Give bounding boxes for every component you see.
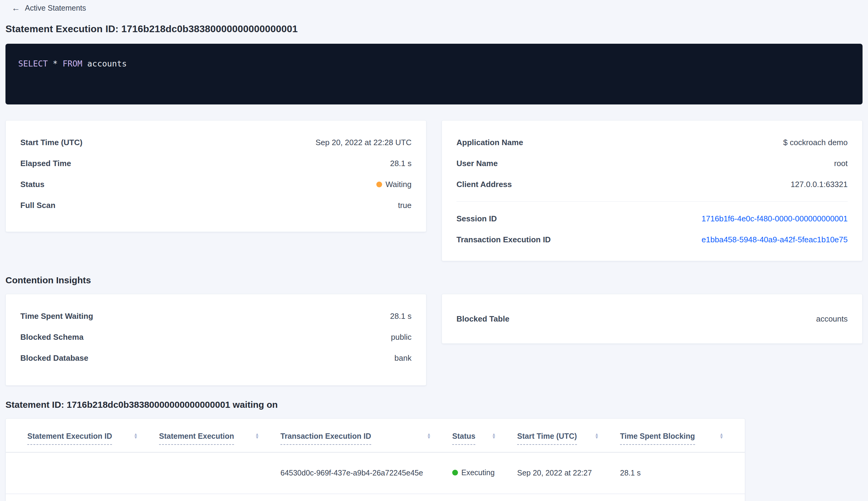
- elapsed-time-value: 28.1 s: [390, 159, 412, 168]
- cell-statement-execution: [159, 452, 280, 494]
- application-name-value: $ cockroach demo: [783, 138, 848, 147]
- user-name-label: User Name: [456, 159, 498, 168]
- column-header-status[interactable]: Status ▲▼: [452, 419, 517, 452]
- start-time-value: Sep 20, 2022 at 22:28 UTC: [315, 138, 412, 147]
- contention-cards-row: Time Spent Waiting 28.1 s Blocked Schema…: [6, 294, 862, 386]
- sql-text: *: [48, 59, 63, 68]
- user-name-row: User Name root: [456, 158, 848, 169]
- blocked-schema-row: Blocked Schema public: [20, 332, 412, 342]
- page-title: Statement Execution ID: 1716b218dc0b3838…: [6, 23, 862, 35]
- column-header-label: Time Spent Blocking: [620, 431, 695, 445]
- arrow-left-icon: ←: [12, 4, 20, 12]
- sql-text: accounts: [82, 59, 127, 68]
- client-address-value: 127.0.0.1:63321: [791, 180, 848, 189]
- blocked-table-label: Blocked Table: [456, 314, 509, 324]
- time-spent-waiting-value: 28.1 s: [390, 311, 412, 321]
- application-name-row: Application Name $ cockroach demo: [456, 137, 848, 148]
- waiting-on-table: Statement Execution ID ▲▼ Statement Exec…: [6, 419, 745, 494]
- session-id-row: Session ID 1716b1f6-4e0c-f480-0000-00000…: [456, 213, 848, 224]
- session-overview-card: Application Name $ cockroach demo User N…: [442, 120, 862, 261]
- status-badge: Waiting: [376, 180, 412, 189]
- column-header-time-spent-blocking[interactable]: Time Spent Blocking ▲▼: [620, 419, 745, 452]
- start-time-label: Start Time (UTC): [20, 138, 83, 147]
- status-row: Status Waiting: [20, 179, 412, 190]
- full-scan-row: Full Scan true: [20, 200, 412, 211]
- elapsed-time-row: Elapsed Time 28.1 s: [20, 158, 412, 169]
- sort-arrows-icon: ▲▼: [255, 433, 259, 439]
- execution-overview-card: Start Time (UTC) Sep 20, 2022 at 22:28 U…: [6, 120, 426, 232]
- column-header-statement-execution[interactable]: Statement Execution ▲▼: [159, 419, 280, 452]
- table-row: 64530d0c-969f-437e-a9b4-26a72245e45e Exe…: [6, 452, 745, 494]
- blocked-schema-label: Blocked Schema: [20, 332, 84, 342]
- sql-keyword: SELECT: [18, 59, 48, 68]
- sort-arrows-icon: ▲▼: [595, 433, 599, 439]
- user-name-value: root: [834, 159, 848, 168]
- contention-insights-heading: Contention Insights: [6, 275, 862, 285]
- transaction-execution-id-label: Transaction Execution ID: [456, 235, 551, 244]
- contention-details-card: Time Spent Waiting 28.1 s Blocked Schema…: [6, 294, 426, 386]
- transaction-execution-id-row: Transaction Execution ID e1bba458-5948-4…: [456, 234, 848, 245]
- cell-start-time: Sep 20, 2022 at 22:27: [517, 452, 620, 494]
- back-to-active-statements-link[interactable]: ← Active Statements: [12, 4, 86, 12]
- table-header-row: Statement Execution ID ▲▼ Statement Exec…: [6, 419, 745, 452]
- column-header-label: Start Time (UTC): [517, 431, 577, 445]
- status-label: Status: [20, 180, 44, 189]
- column-header-label: Statement Execution: [159, 431, 234, 445]
- blocked-database-row: Blocked Database bank: [20, 352, 412, 363]
- blocked-table-card: Blocked Table accounts: [442, 294, 862, 344]
- sql-keyword: FROM: [63, 59, 82, 68]
- application-name-label: Application Name: [456, 138, 523, 147]
- blocked-database-value: bank: [394, 353, 412, 363]
- session-id-link[interactable]: 1716b1f6-4e0c-f480-0000-000000000001: [702, 214, 848, 223]
- cell-statement-execution-id: [6, 452, 159, 494]
- client-address-row: Client Address 127.0.0.1:63321: [456, 179, 848, 190]
- blocked-table-row: Blocked Table accounts: [456, 313, 848, 324]
- back-link-label: Active Statements: [25, 4, 86, 12]
- waiting-on-table-card: Statement Execution ID ▲▼ Statement Exec…: [6, 418, 745, 501]
- cell-status: Executing: [452, 452, 517, 494]
- start-time-row: Start Time (UTC) Sep 20, 2022 at 22:28 U…: [20, 137, 412, 148]
- sql-statement-box: SELECT * FROM accounts: [6, 44, 862, 105]
- blocked-schema-value: public: [391, 332, 412, 342]
- session-id-label: Session ID: [456, 214, 497, 223]
- column-header-label: Statement Execution ID: [27, 431, 112, 445]
- column-header-transaction-execution-id[interactable]: Transaction Execution ID ▲▼: [280, 419, 452, 452]
- full-scan-label: Full Scan: [20, 201, 56, 210]
- waiting-status-dot-icon: [376, 182, 382, 187]
- column-header-statement-execution-id[interactable]: Statement Execution ID ▲▼: [6, 419, 159, 452]
- cell-transaction-execution-id: 64530d0c-969f-437e-a9b4-26a72245e45e: [280, 452, 452, 494]
- status-value: Waiting: [386, 180, 412, 189]
- time-spent-waiting-label: Time Spent Waiting: [20, 311, 93, 321]
- elapsed-time-label: Elapsed Time: [20, 159, 71, 168]
- status-value: Executing: [461, 468, 495, 477]
- full-scan-value: true: [398, 201, 412, 210]
- column-header-label: Status: [452, 431, 475, 445]
- column-header-label: Transaction Execution ID: [280, 431, 371, 445]
- sort-arrows-icon: ▲▼: [133, 433, 138, 439]
- transaction-execution-id-link[interactable]: e1bba458-5948-40a9-a42f-5feac1b10e75: [702, 235, 848, 244]
- blocked-database-label: Blocked Database: [20, 353, 88, 363]
- blocked-table-value: accounts: [816, 314, 848, 324]
- client-address-label: Client Address: [456, 180, 512, 189]
- card-divider: [456, 201, 848, 202]
- status-badge: Executing: [452, 468, 495, 477]
- waiting-on-heading: Statement ID: 1716b218dc0b38380000000000…: [6, 399, 862, 410]
- time-spent-waiting-row: Time Spent Waiting 28.1 s: [20, 311, 412, 321]
- sort-arrows-icon: ▲▼: [427, 433, 431, 439]
- column-header-start-time[interactable]: Start Time (UTC) ▲▼: [517, 419, 620, 452]
- overview-cards-row: Start Time (UTC) Sep 20, 2022 at 22:28 U…: [6, 120, 862, 261]
- cell-time-spent-blocking: 28.1 s: [620, 452, 745, 494]
- sort-arrows-icon: ▲▼: [492, 433, 496, 439]
- statement-details-page: ← Active Statements Statement Execution …: [0, 0, 868, 501]
- sort-arrows-icon: ▲▼: [719, 433, 724, 439]
- executing-status-dot-icon: [452, 470, 458, 476]
